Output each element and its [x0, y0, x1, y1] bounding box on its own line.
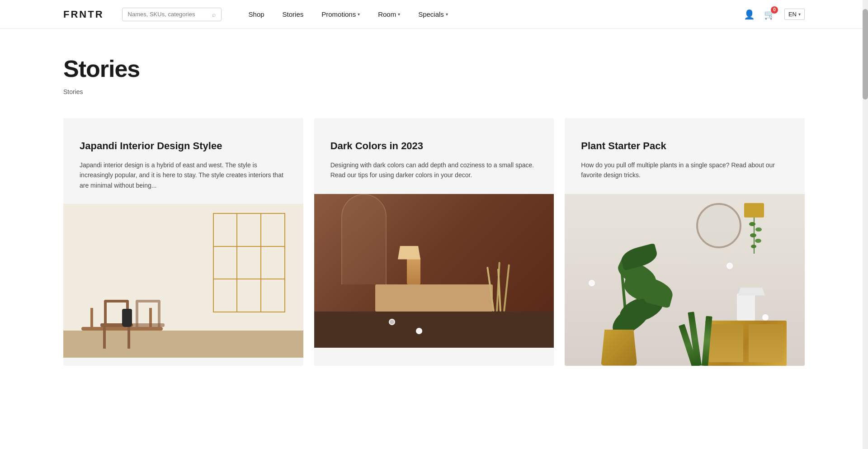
nav-item-promotions[interactable]: Promotions ▾ [321, 10, 360, 18]
page-title: Stories [63, 56, 805, 82]
story-desc-dark-colors: Designing with dark colors can add depth… [330, 160, 538, 180]
story-image-japandi [63, 204, 303, 366]
page-title-section: Stories Stories [63, 29, 805, 104]
search-bar[interactable]: ⌕ [122, 8, 222, 21]
nav-item-specials[interactable]: Specials ▾ [418, 10, 448, 18]
header-right: 👤 🛒 0 EN ▾ [744, 9, 805, 20]
dot-indicator-1 [389, 319, 395, 325]
dot-indicator-plant-2 [726, 263, 733, 269]
story-desc-plants: How do you pull off multiple plants in a… [581, 160, 788, 180]
story-card-plants[interactable]: Plant Starter Pack How do you pull off m… [565, 118, 805, 365]
cart-badge: 0 [771, 6, 778, 14]
scrollbar-thumb[interactable] [863, 9, 868, 99]
scrollbar[interactable] [863, 0, 868, 449]
breadcrumb: Stories [63, 88, 805, 95]
nav-item-room[interactable]: Room ▾ [378, 10, 400, 18]
story-card-japandi[interactable]: Japandi Interior Design Stylee Japandi i… [63, 118, 303, 365]
dot-indicator-plant-3 [762, 314, 769, 321]
story-card-text: Japandi Interior Design Stylee Japandi i… [63, 118, 303, 204]
story-card-text: Dark Colors in 2023 Designing with dark … [314, 118, 554, 194]
story-title-japandi: Japandi Interior Design Stylee [80, 140, 287, 153]
story-card-dark-colors[interactable]: Dark Colors in 2023 Designing with dark … [314, 118, 554, 365]
chevron-down-icon: ▾ [446, 12, 448, 17]
story-desc-japandi: Japandi interior design is a hybrid of e… [80, 160, 287, 190]
stories-grid: Japandi Interior Design Stylee Japandi i… [63, 118, 805, 365]
story-image-dark-colors [314, 194, 554, 366]
dot-indicator-2 [416, 328, 422, 334]
logo[interactable]: FRNTR [63, 9, 104, 20]
language-selector[interactable]: EN ▾ [784, 9, 805, 20]
main-content: Stories Stories Japandi Interior Design … [0, 29, 868, 366]
story-image-plants [565, 194, 805, 366]
chevron-down-icon: ▾ [358, 12, 360, 17]
chevron-down-icon: ▾ [798, 12, 801, 17]
nav-label-promotions: Promotions [321, 10, 356, 18]
user-account-icon[interactable]: 👤 [744, 9, 755, 20]
nav-label-room: Room [378, 10, 396, 18]
cart-button[interactable]: 🛒 0 [764, 9, 775, 20]
header: FRNTR ⌕ Shop Stories Promotions ▾ Room ▾… [0, 0, 868, 29]
story-title-plants: Plant Starter Pack [581, 140, 788, 153]
chevron-down-icon: ▾ [398, 12, 400, 17]
nav-item-stories[interactable]: Stories [283, 10, 304, 18]
story-title-dark-colors: Dark Colors in 2023 [330, 140, 538, 153]
dot-indicator-plant-1 [589, 280, 595, 286]
search-input[interactable] [128, 11, 210, 18]
main-nav: Shop Stories Promotions ▾ Room ▾ Special… [249, 10, 744, 18]
search-icon: ⌕ [212, 11, 216, 18]
story-card-text: Plant Starter Pack How do you pull off m… [565, 118, 805, 194]
nav-item-shop[interactable]: Shop [249, 10, 264, 18]
lang-label: EN [788, 11, 797, 18]
nav-label-specials: Specials [418, 10, 444, 18]
